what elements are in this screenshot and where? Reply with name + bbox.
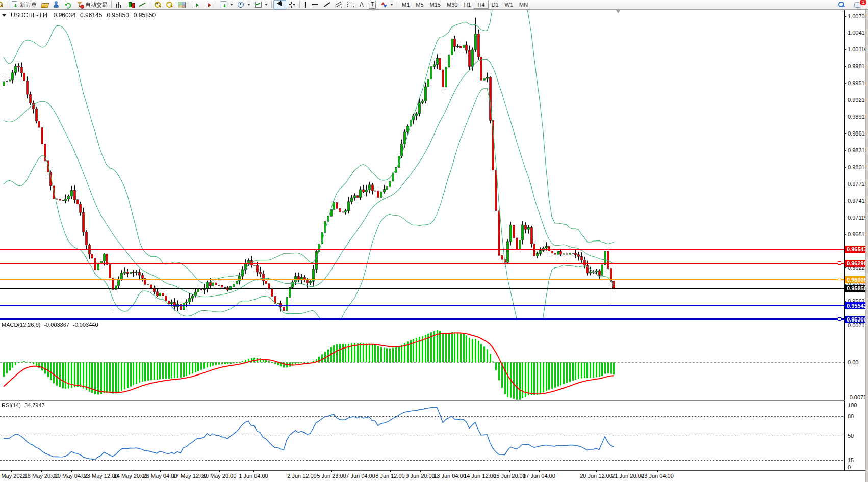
window-edge (865, 10, 868, 482)
bar-chart-icon (115, 1, 123, 8)
price-tick-mark (844, 66, 846, 67)
trendline-tool-button[interactable] (321, 1, 333, 9)
time-tick-mark (41, 471, 42, 472)
chart-title: USDCHF-,H4 0.96034 0.96145 0.95850 0.958… (2, 12, 156, 19)
zoom-in-button[interactable]: + (152, 1, 164, 9)
time-tick-mark (190, 471, 190, 472)
ohlc-low: 0.95850 (107, 12, 129, 19)
price-hline-0.96547[interactable] (0, 249, 844, 250)
chart-shift-marker[interactable] (616, 10, 620, 13)
macd-label: MACD(12,26,9) -0.003367 -0.003440 (2, 322, 98, 328)
time-tick-mark (11, 471, 12, 472)
rsi-axis-label: 100 (848, 402, 857, 408)
price-hline-0.95542[interactable] (0, 305, 844, 306)
macd-panel-canvas[interactable] (0, 320, 845, 400)
fibonacci-tool-button[interactable]: F (345, 1, 356, 9)
hline-handle[interactable] (838, 261, 841, 265)
toolbar-separator (111, 1, 112, 8)
autotrading-button[interactable]: 自动交易 (74, 1, 110, 9)
timeframe-w1-button[interactable]: W1 (502, 1, 517, 9)
bar-chart-button[interactable] (113, 1, 125, 9)
chart-shift-button[interactable] (202, 1, 214, 9)
community-button[interactable] (50, 1, 62, 9)
fibonacci-icon: F (347, 1, 354, 8)
price-hline-0.96006[interactable] (0, 279, 844, 280)
zoom-out-button[interactable]: − (164, 1, 175, 9)
timeframe-mn-button[interactable]: MN (516, 1, 531, 9)
time-tick-mark (131, 471, 131, 472)
time-tick-mark (361, 471, 361, 472)
rsi-axis-label: 80 (848, 413, 854, 419)
toolbar-separator (7, 1, 7, 8)
timeframe-d1-button[interactable]: D1 (489, 1, 502, 9)
time-axis[interactable]: 7 May 202218 May 20:0020 May 04:0023 May… (0, 471, 868, 482)
trendline-icon (323, 1, 331, 8)
notification-badge: 1 (859, 0, 867, 6)
periods-button[interactable] (235, 1, 252, 9)
price-hline-0.95850[interactable] (0, 288, 844, 289)
time-tick-mark (657, 471, 658, 472)
time-tick-mark (596, 471, 597, 472)
vertical-line-tool-button[interactable] (301, 1, 310, 9)
toolbar-separator (397, 1, 397, 8)
market-button[interactable] (39, 1, 50, 9)
text-tool-button[interactable]: A (356, 1, 367, 9)
zoom-out-icon: − (166, 1, 173, 8)
time-tick-label: 26 May 04:00 (143, 473, 177, 479)
time-tick-label: 7 May 2022 (0, 473, 26, 479)
price-tick-label: 0.96815 (848, 231, 868, 237)
price-hline-0.96296[interactable] (0, 263, 844, 264)
timeframe-m1-button[interactable]: M1 (399, 1, 413, 9)
indicators-button[interactable]: + (218, 1, 235, 9)
auto-scroll-button[interactable] (191, 1, 202, 9)
time-tick-mark (160, 471, 161, 472)
auto-scroll-icon (193, 1, 200, 8)
price-axis[interactable]: 1.007051.004101.001100.998100.995100.992… (845, 10, 868, 470)
time-tick-label: 20 Jun 12:00 (580, 473, 612, 479)
rsi-panel-canvas[interactable] (0, 401, 845, 470)
one-click-arrow-icon[interactable] (2, 14, 6, 17)
search-button[interactable] (835, 1, 847, 9)
notifications-button[interactable]: 1 (852, 1, 864, 9)
arrows-tool-button[interactable] (378, 1, 395, 9)
text-label-tool-button[interactable]: T (367, 1, 378, 9)
timeframe-m15-button[interactable]: M15 (427, 1, 444, 9)
new-order-icon: + (11, 1, 18, 8)
rsi-axis-label: 15 (848, 457, 854, 463)
timeframe-h4-button[interactable]: H4 (474, 1, 488, 9)
new-order-button[interactable]: + 新订单 (9, 1, 39, 9)
price-tick-mark (844, 234, 846, 235)
price-hline-0.95300[interactable] (0, 318, 844, 320)
timeframe-m5-button[interactable]: M5 (413, 1, 426, 9)
hline-handle[interactable] (838, 278, 841, 281)
zoom-in-icon: + (154, 1, 162, 8)
ohlc-high: 0.96145 (80, 12, 102, 19)
clipped-toolbar-button[interactable] (0, 1, 5, 9)
tile-windows-button[interactable] (175, 1, 187, 9)
cursor-tool-button[interactable] (273, 0, 286, 9)
crosshair-tool-button[interactable] (286, 1, 298, 9)
line-chart-button[interactable] (137, 1, 148, 9)
signals-button[interactable] (62, 1, 74, 9)
macd-name: MACD(12,26,9) (2, 322, 40, 328)
toolbar-right-group: 1 (835, 1, 864, 9)
hline-handle[interactable] (838, 317, 841, 321)
timeframe-m30-button[interactable]: M30 (444, 1, 461, 9)
price-tick-mark (844, 218, 846, 218)
equidistant-channel-tool-button[interactable]: E (333, 1, 345, 9)
horizontal-line-tool-button[interactable] (310, 1, 321, 9)
price-tick-mark (844, 49, 846, 50)
candlestick-chart-button[interactable] (125, 1, 137, 9)
templates-button[interactable] (252, 1, 270, 9)
mt4-window: + 新订单 自动交易 + − (0, 0, 868, 482)
macd-value-signal: -0.003440 (73, 322, 98, 328)
panel-separator[interactable] (0, 400, 868, 401)
price-line-badge-0.95850: 0.95850 (845, 285, 868, 292)
time-tick-label: 18 May 20:00 (24, 473, 59, 479)
timeframe-h1-button[interactable]: H1 (461, 1, 474, 9)
ohlc-open: 0.96034 (54, 12, 75, 19)
time-tick-label: 20 May 04:00 (55, 473, 89, 479)
community-icon (53, 1, 60, 8)
main-chart-canvas[interactable] (0, 10, 845, 320)
price-tick-mark (844, 117, 846, 117)
